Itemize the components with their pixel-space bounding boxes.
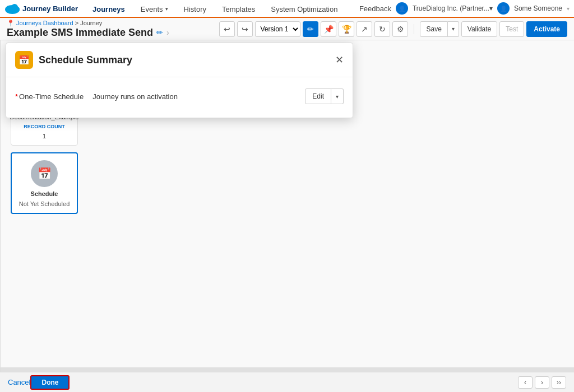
schedule-node[interactable]: 📅 Schedule Not Yet Scheduled <box>11 152 78 214</box>
trophy-button[interactable]: 🏆 <box>339 21 354 37</box>
nav-right: Feedback 👤 TrueDialog Inc. (Partner...▾ … <box>359 2 570 15</box>
title-row: Example SMS Immediate Send ✏ › <box>7 27 169 39</box>
schedule-label: Schedule <box>31 190 58 197</box>
breadcrumb-sep: > <box>75 20 80 26</box>
sub-nav: 📍 Journeys Dashboard > Journey Example S… <box>0 18 574 40</box>
redo-button[interactable]: ↪ <box>237 21 253 37</box>
schedule-row: * One-Time Schedule Journey runs on acti… <box>15 88 344 104</box>
nav-tab-journeys[interactable]: Journeys <box>85 1 133 18</box>
nav-end-button[interactable]: ›› <box>552 376 566 389</box>
modal-title: Schedule Summary <box>39 54 335 66</box>
required-star: * <box>15 92 18 101</box>
toolbar: ↩ ↪ Version 1 ✏ 📌 🏆 ↗ ↻ ⚙ Save ▾ Validat… <box>219 21 567 37</box>
nav-tab-history[interactable]: History <box>176 1 214 18</box>
refresh-button[interactable]: ↻ <box>374 21 390 37</box>
user-name: Some Someone <box>514 4 562 12</box>
version-select[interactable]: Version 1 <box>255 21 300 37</box>
breadcrumb-link[interactable]: Journeys Dashboard <box>16 20 73 26</box>
edit-title-icon[interactable]: ✏ <box>156 28 163 37</box>
canvas-nav-buttons: ‹ › ›› <box>518 376 566 389</box>
activate-button[interactable]: Activate <box>526 21 567 37</box>
svg-point-1 <box>6 6 12 11</box>
modal-header: 📅 Schedule Summary ✕ <box>6 43 353 77</box>
edit-group: Edit ▾ <box>305 88 344 104</box>
svg-point-3 <box>14 7 20 12</box>
breadcrumb-current: Journey <box>80 20 102 26</box>
logo: Journey Builder <box>4 3 78 14</box>
edit-button[interactable]: Edit <box>305 88 331 104</box>
user-dropdown-icon[interactable]: ▾ <box>567 6 570 12</box>
nav-tab-system-optimization[interactable]: System Optimization <box>263 1 345 18</box>
save-button[interactable]: Save <box>420 21 447 37</box>
breadcrumb: 📍 Journeys Dashboard > Journey <box>7 20 169 27</box>
cancel-button[interactable]: Cancel <box>8 378 30 386</box>
schedule-value: Journey runs on activation <box>92 92 305 101</box>
modal-close-button[interactable]: ✕ <box>335 54 344 66</box>
modal-body: * One-Time Schedule Journey runs on acti… <box>6 77 353 118</box>
undo-button[interactable]: ↩ <box>219 21 235 37</box>
edit-dropdown-button[interactable]: ▾ <box>331 88 344 104</box>
nav-tab-events[interactable]: Events ▾ <box>133 1 176 18</box>
breadcrumb-area: 📍 Journeys Dashboard > Journey Example S… <box>7 20 169 39</box>
toolbar-divider <box>414 24 414 34</box>
top-nav: Journey Builder Journeys Events ▾ Histor… <box>0 0 574 18</box>
save-dropdown-button[interactable]: ▾ <box>448 21 459 37</box>
record-count-label: RECORD COUNT <box>24 124 65 129</box>
app-title: Journey Builder <box>22 4 78 13</box>
nav-tab-templates[interactable]: Templates <box>214 1 263 18</box>
nav-next-button[interactable]: › <box>535 376 549 389</box>
test-button[interactable]: Test <box>499 21 524 37</box>
schedule-summary-modal: 📅 Schedule Summary ✕ * One-Time Schedule… <box>6 43 353 118</box>
schedule-card[interactable]: 📅 Schedule Not Yet Scheduled <box>11 152 78 214</box>
events-arrow-icon: ▾ <box>165 6 168 12</box>
canvas-scroll-handle[interactable] <box>1 367 574 372</box>
validate-button[interactable]: Validate <box>461 21 497 37</box>
location-icon: 📍 <box>7 20 15 26</box>
schedule-icon: 📅 <box>31 160 58 187</box>
user-org-selector[interactable]: TrueDialog Inc. (Partner...▾ <box>413 4 493 12</box>
navigate-next-icon[interactable]: › <box>166 28 169 37</box>
page-title: Example SMS Immediate Send <box>7 27 153 39</box>
user-avatar: 👤 <box>396 2 408 15</box>
user-profile-avatar[interactable]: 👤 <box>497 2 510 15</box>
export-button[interactable]: ↗ <box>357 21 372 37</box>
pencil-tool-button[interactable]: ✏ <box>303 21 318 37</box>
nav-tabs: Journeys Events ▾ History Templates Syst… <box>85 0 345 17</box>
not-yet-scheduled-label: Not Yet Scheduled <box>19 200 70 207</box>
pin-button[interactable]: 📌 <box>321 21 336 37</box>
nav-prev-button[interactable]: ‹ <box>518 376 533 389</box>
feedback-button[interactable]: Feedback <box>359 4 391 13</box>
done-button[interactable]: Done <box>30 375 70 390</box>
save-group: Save ▾ <box>420 21 459 37</box>
settings-button[interactable]: ⚙ <box>392 21 408 37</box>
salesforce-logo-icon <box>4 3 20 14</box>
record-count-value: 1 <box>43 133 46 139</box>
modal-title-icon: 📅 <box>15 51 33 69</box>
bottom-bar: Cancel Done ‹ › ›› <box>0 372 574 392</box>
schedule-field-label: One-Time Schedule <box>19 92 84 101</box>
